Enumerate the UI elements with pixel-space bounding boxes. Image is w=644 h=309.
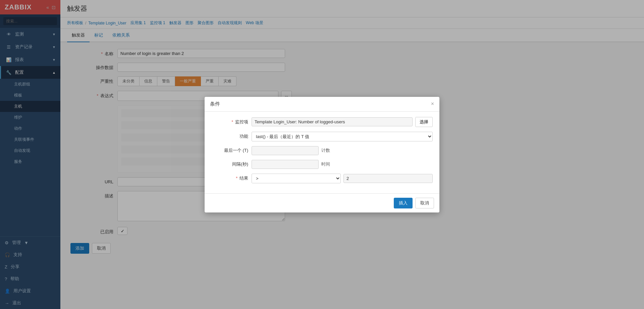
last-t-input[interactable] (252, 146, 319, 155)
time-label: 时间 (321, 161, 330, 167)
insert-button[interactable]: 插入 (394, 198, 413, 208)
last-t-label: 最后一个 (T) (224, 148, 248, 153)
monitor-input-row: 选择 (252, 117, 433, 127)
result-operator-select[interactable]: > >= < <= = <> (252, 174, 341, 183)
interval-input[interactable] (252, 160, 319, 169)
modal-body: * 监控项 选择 功能 last() - 最后（最近）的 T 值 (205, 112, 439, 193)
modal-close-button[interactable]: × (431, 101, 434, 107)
result-value-input[interactable] (343, 174, 433, 183)
modal-footer: 插入 取消 (205, 193, 439, 212)
select-monitor-button[interactable]: 选择 (415, 117, 433, 127)
modal-title: 条件 (210, 101, 220, 107)
condition-modal: 条件 × * 监控项 选择 功能 (205, 97, 439, 212)
monitor-input[interactable] (252, 117, 413, 126)
modal-last-t-row: 最后一个 (T) 计数 (211, 146, 433, 155)
result-label: 结果 (239, 176, 248, 181)
result-input-row: > >= < <= = <> (252, 174, 433, 183)
modal-function-row: 功能 last() - 最后（最近）的 T 值 (211, 132, 433, 141)
monitor-label: 监控项 (235, 119, 248, 124)
modal-overlay: 条件 × * 监控项 选择 功能 (0, 0, 644, 309)
modal-monitor-row: * 监控项 选择 (211, 117, 433, 127)
modal-result-row: * 结果 > >= < <= = <> (211, 174, 433, 183)
modal-interval-row: 间隔(秒) 时间 (211, 160, 433, 169)
count-label: 计数 (321, 147, 330, 153)
modal-header: 条件 × (205, 97, 439, 112)
interval-label: 间隔(秒) (232, 162, 248, 167)
function-select[interactable]: last() - 最后（最近）的 T 值 (252, 132, 433, 141)
modal-cancel-button[interactable]: 取消 (415, 198, 434, 208)
function-label: 功能 (239, 134, 248, 139)
